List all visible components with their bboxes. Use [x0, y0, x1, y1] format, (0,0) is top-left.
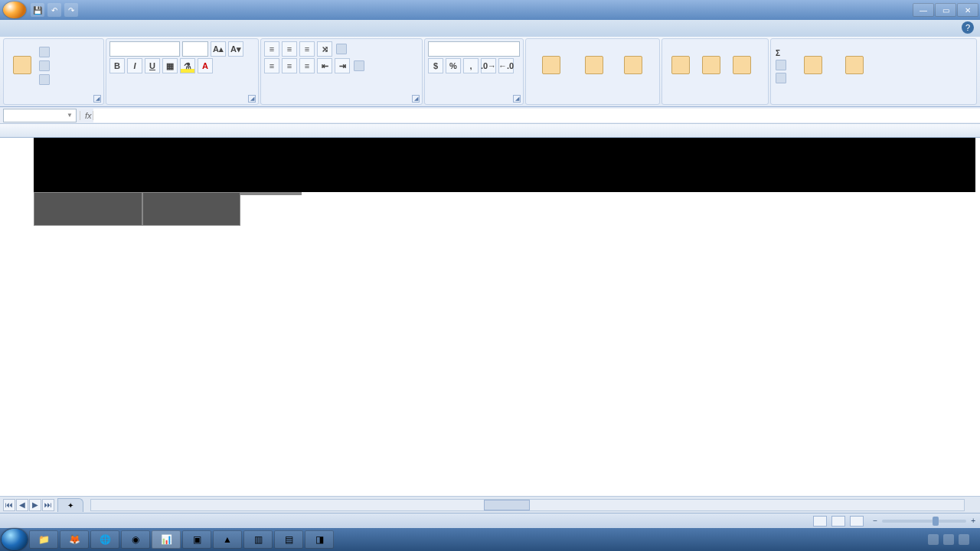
underline-button[interactable]: U: [145, 58, 160, 73]
task-vlc[interactable]: ▲: [213, 530, 242, 549]
cell-styles-button[interactable]: [615, 41, 652, 91]
decrease-indent[interactable]: ⇤: [317, 58, 332, 73]
tray-network-icon[interactable]: [943, 534, 954, 545]
format-as-table-button[interactable]: [573, 41, 615, 91]
align-center[interactable]: ≡: [282, 58, 297, 73]
office-button[interactable]: [3, 2, 26, 18]
task-app4[interactable]: ▤: [274, 530, 303, 549]
schedule-title: [34, 138, 975, 192]
task-app1[interactable]: ◉: [121, 530, 150, 549]
align-top[interactable]: ≡: [264, 41, 279, 57]
tab-nav-prev[interactable]: ◀: [16, 499, 28, 511]
view-normal[interactable]: [813, 516, 827, 527]
number-format-combo[interactable]: [428, 41, 520, 57]
shrink-font-button[interactable]: A▾: [228, 41, 243, 57]
view-page-break[interactable]: [850, 516, 864, 527]
task-app2[interactable]: ▣: [182, 530, 211, 549]
increase-decimal[interactable]: .0→: [481, 58, 496, 73]
help-button[interactable]: ?: [962, 21, 974, 34]
tab-nav-last[interactable]: ⏭: [42, 499, 54, 511]
comma-button[interactable]: ,: [463, 58, 479, 73]
find-select-button[interactable]: [836, 41, 873, 91]
zoom-slider[interactable]: [882, 520, 966, 523]
fill-color-button[interactable]: ⚗: [180, 58, 195, 73]
align-left[interactable]: ≡: [264, 58, 279, 73]
paste-button[interactable]: [7, 41, 38, 91]
task-chrome[interactable]: 🌐: [90, 530, 119, 549]
percent-button[interactable]: %: [446, 58, 461, 73]
formula-input[interactable]: [93, 109, 980, 122]
tray-volume-icon[interactable]: [959, 534, 969, 545]
formula-bar: ▼ fx: [0, 107, 980, 124]
cond-format-icon: [542, 56, 560, 74]
name-box[interactable]: ▼: [3, 109, 77, 122]
merge-icon: [354, 60, 364, 71]
number-dialog-launcher[interactable]: ◢: [513, 95, 521, 103]
copy-button[interactable]: [38, 60, 54, 72]
group-editing: Σ: [770, 38, 977, 105]
font-color-button[interactable]: A: [198, 58, 213, 73]
header-hours: [240, 194, 302, 195]
zoom-out[interactable]: −: [873, 517, 877, 525]
grow-font-button[interactable]: A▴: [211, 41, 226, 57]
alignment-dialog-launcher[interactable]: ◢: [412, 95, 420, 103]
bold-button[interactable]: B: [109, 58, 125, 73]
worksheet-grid[interactable]: [0, 124, 980, 496]
qat-save[interactable]: 💾: [31, 3, 44, 17]
fx-button[interactable]: fx: [80, 111, 93, 120]
align-bottom[interactable]: ≡: [299, 41, 315, 57]
conditional-formatting-button[interactable]: [529, 41, 573, 91]
minimize-button[interactable]: —: [913, 3, 934, 17]
increase-indent[interactable]: ⇥: [335, 58, 350, 73]
decrease-decimal[interactable]: ←.0: [498, 58, 514, 73]
wrap-text-button[interactable]: [335, 43, 351, 55]
maximize-button[interactable]: ▭: [935, 3, 956, 17]
currency-button[interactable]: $: [428, 58, 443, 73]
tray-icon[interactable]: [928, 534, 939, 545]
tab-nav-first[interactable]: ⏮: [3, 499, 15, 511]
qat-redo[interactable]: ↷: [64, 3, 78, 17]
format-painter-button[interactable]: [38, 73, 54, 86]
zoom-in[interactable]: +: [971, 517, 975, 525]
align-right[interactable]: ≡: [299, 58, 315, 73]
qat-undo[interactable]: ↶: [47, 3, 61, 17]
fill-button[interactable]: [774, 59, 790, 71]
horizontal-scrollbar[interactable]: [90, 499, 965, 511]
task-app5[interactable]: ◨: [305, 530, 334, 549]
fill-icon: [776, 60, 786, 70]
sort-filter-button[interactable]: [795, 41, 831, 91]
border-button[interactable]: ▦: [162, 58, 178, 73]
orientation-button[interactable]: ⤭: [317, 41, 332, 57]
merge-center-button[interactable]: [352, 60, 368, 72]
eraser-icon: [776, 73, 786, 83]
task-excel[interactable]: 📊: [152, 530, 181, 549]
font-size-combo[interactable]: [182, 41, 208, 57]
delete-cells-button[interactable]: [696, 41, 727, 91]
close-button[interactable]: ✕: [957, 3, 978, 17]
italic-button[interactable]: I: [127, 58, 142, 73]
header-employee: [34, 192, 142, 226]
font-dialog-launcher[interactable]: ◢: [248, 95, 256, 103]
clear-button[interactable]: [774, 72, 790, 84]
autosum-button[interactable]: Σ: [774, 48, 790, 58]
copy-icon: [39, 60, 50, 71]
group-number: $ % , .0→ ←.0 ◢: [424, 38, 524, 105]
new-sheet-button[interactable]: ✦: [57, 498, 83, 512]
align-middle[interactable]: ≡: [282, 41, 297, 57]
task-app3[interactable]: ▥: [243, 530, 273, 549]
title-bar: 💾 ↶ ↷ — ▭ ✕: [0, 0, 980, 20]
clipboard-dialog-launcher[interactable]: ◢: [93, 95, 101, 103]
start-button[interactable]: [2, 529, 28, 550]
insert-cells-button[interactable]: [665, 41, 696, 91]
task-firefox[interactable]: 🦊: [60, 530, 89, 549]
task-explorer[interactable]: 📁: [29, 530, 58, 549]
view-page-layout[interactable]: [831, 516, 845, 527]
tab-nav-next[interactable]: ▶: [29, 499, 41, 511]
sort-icon: [804, 56, 822, 74]
format-cells-button[interactable]: [727, 41, 757, 91]
font-name-combo[interactable]: [109, 41, 180, 57]
group-cells: [662, 38, 769, 105]
status-bar: − +: [0, 513, 980, 528]
group-styles: [525, 38, 660, 105]
cut-button[interactable]: [38, 46, 54, 58]
